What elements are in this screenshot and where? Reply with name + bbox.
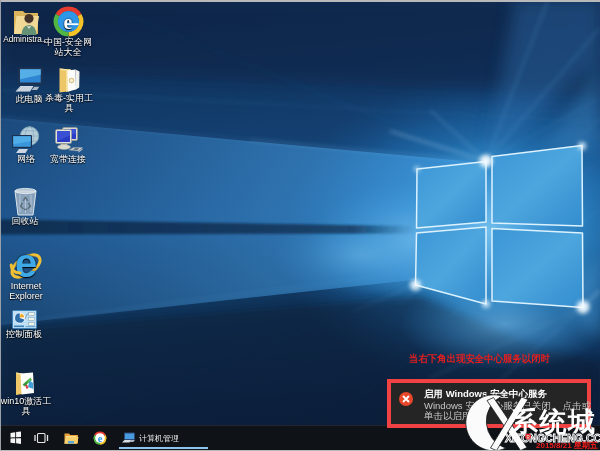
svg-text:2015/8/21 星期五: 2015/8/21 星期五 [536,441,598,450]
svg-text:e: e [98,433,103,444]
svg-text:e: e [15,245,37,281]
svg-text:e: e [63,11,72,33]
svg-text:计算机管理: 计算机管理 [139,434,179,443]
